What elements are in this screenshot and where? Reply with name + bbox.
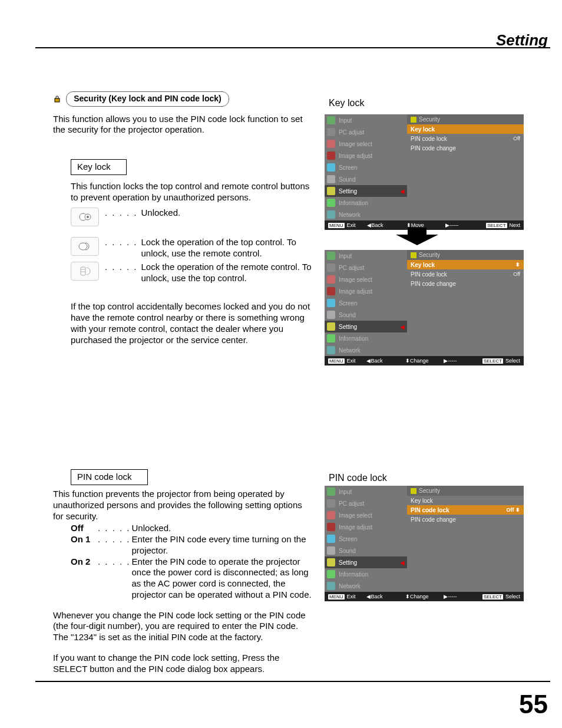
- keylock-remote-text: Lock the operation of the remote control…: [141, 262, 312, 284]
- osd-row-pinchange: PIN code change: [407, 279, 524, 288]
- lock-icon: [411, 252, 416, 258]
- status-dashes: -----: [449, 222, 458, 228]
- status-select: Select: [505, 358, 520, 364]
- sidebar-item: Network: [339, 347, 361, 354]
- lock-icon: [411, 488, 416, 494]
- dots: . . . . .: [105, 207, 138, 219]
- osd-panel: Security Key lock ⬍ PIN code lockOff PIN…: [407, 250, 524, 356]
- keylock-remote-icon: [71, 262, 99, 281]
- status-next: Next: [510, 222, 521, 228]
- osd-panel-title: Security: [407, 114, 524, 124]
- sidebar-item-selected: Setting: [339, 188, 357, 195]
- pin-section: PIN code lock This function prevents the…: [53, 469, 312, 674]
- osd-row-keylock-highlighted: Key lock ⬍: [407, 260, 524, 269]
- osd-sidebar: Input PC adjust Image select Image adjus…: [325, 486, 407, 592]
- sidebar-item: Network: [339, 583, 361, 589]
- svg-rect-5: [81, 267, 85, 275]
- sidebar-item: Image adjust: [339, 524, 372, 531]
- pinlock-option-on2: On 2 . . . . . Enter the PIN code to ope…: [71, 556, 312, 601]
- svg-rect-0: [55, 98, 59, 102]
- status-select: Select: [505, 594, 520, 599]
- sidebar-item: Screen: [339, 536, 358, 542]
- keylock-intro: This function locks the top control and …: [71, 181, 312, 203]
- option-value: Enter the PIN code to operate the projec…: [132, 556, 312, 601]
- keylock-top-text: Lock the operation of the top control. T…: [141, 237, 312, 259]
- status-dashes: -----: [448, 358, 457, 364]
- svg-point-4: [79, 243, 87, 250]
- sidebar-item: Input: [339, 253, 352, 259]
- option-value: Unlocked.: [132, 523, 312, 534]
- left-column: Security (Key lock and PIN code lock) Th…: [53, 91, 312, 674]
- option-value: Enter the PIN code every time turning on…: [132, 534, 312, 556]
- option-key: Off: [71, 523, 98, 534]
- chevron-left-icon: ◀: [400, 559, 405, 566]
- osd-row-pinlock-highlighted: PIN code lockOff ⬍: [407, 505, 524, 515]
- keylock-unlocked-icon: [71, 207, 99, 226]
- sidebar-item: Sound: [339, 548, 356, 554]
- osd-row-pinlock: PIN code lockOff: [407, 134, 524, 143]
- osd-row-keylock: Key lock: [407, 496, 524, 505]
- lock-icon: [411, 117, 416, 123]
- keylock-unlocked-text: Unlocked.: [141, 207, 312, 219]
- sidebar-item: Input: [339, 489, 352, 495]
- keylock-option-remote: . . . . . Lock the operation of the remo…: [71, 262, 312, 284]
- osd-status-bar: MENUExit ◀Back ⬍ Change ▶----- SELECTSel…: [325, 356, 524, 365]
- page-number: 55: [519, 690, 548, 719]
- status-change: Change: [410, 358, 429, 364]
- sidebar-item: PC adjust: [339, 265, 364, 271]
- sidebar-item: Sound: [339, 176, 356, 183]
- select-tag: SELECT: [482, 594, 503, 599]
- sidebar-item: PC adjust: [339, 500, 364, 507]
- keylock-option-unlocked: . . . . . Unlocked.: [71, 207, 312, 226]
- sidebar-item: Image select: [339, 512, 372, 519]
- sidebar-item: Input: [339, 117, 352, 124]
- sidebar-item: Network: [339, 212, 361, 218]
- dots: . . . . .: [105, 262, 138, 273]
- select-tag: SELECT: [482, 358, 503, 364]
- status-change: Change: [410, 594, 429, 599]
- lock-icon: [53, 95, 61, 103]
- sidebar-item: Sound: [339, 312, 356, 318]
- figure-label-keylock: Key lock: [329, 98, 364, 108]
- pinlock-option-off: Off . . . . . Unlocked.: [71, 523, 312, 534]
- status-exit: Exit: [347, 594, 356, 599]
- svg-point-3: [87, 216, 89, 218]
- sidebar-item-selected: Setting: [339, 559, 357, 566]
- menu-tag: MENU: [328, 594, 345, 599]
- dots: . . . . .: [105, 237, 138, 248]
- sidebar-item: Information: [339, 335, 368, 342]
- arrow-down-icon: [396, 235, 438, 245]
- osd-panel-title: Security: [407, 250, 524, 260]
- keylock-top-icon: [71, 237, 99, 256]
- sidebar-item: Image select: [339, 276, 372, 283]
- osd-status-bar: MENUExit ◀Back ⬍ Change ▶----- SELECTSel…: [325, 592, 524, 601]
- pinlock-subheading: PIN code lock: [71, 469, 148, 485]
- osd-keylock-move: Input PC adjust Image select Image adjus…: [325, 114, 524, 230]
- osd-keylock-change: Input PC adjust Image select Image adjus…: [325, 250, 524, 365]
- sidebar-item: Screen: [339, 300, 358, 307]
- pinlock-options: Off . . . . . Unlocked. On 1 . . . . . E…: [71, 523, 312, 600]
- status-back: Back: [371, 222, 383, 228]
- osd-panel: Security Key lock PIN code lockOff ⬍ PIN…: [407, 486, 524, 592]
- pinlock-option-on1: On 1 . . . . . Enter the PIN code every …: [71, 534, 312, 556]
- option-key: On 2: [71, 556, 98, 601]
- sidebar-item: Image adjust: [339, 288, 372, 295]
- chevron-left-icon: ◀: [400, 188, 405, 195]
- pinlock-intro: This function prevents the projector fro…: [53, 489, 312, 522]
- menu-tag: MENU: [328, 223, 345, 228]
- keylock-warning: If the top control accidentally becomes …: [71, 301, 312, 345]
- status-exit: Exit: [347, 358, 356, 364]
- status-back: Back: [371, 358, 382, 364]
- dots: . . . . .: [98, 534, 131, 556]
- osd-panel-title: Security: [407, 486, 524, 496]
- status-dashes: -----: [448, 594, 457, 599]
- osd-pinlock: Input PC adjust Image select Image adjus…: [325, 486, 524, 601]
- select-tag: SELECT: [486, 223, 507, 228]
- osd-sidebar: Input PC adjust Image select Image adjus…: [325, 250, 407, 356]
- status-back: Back: [371, 594, 382, 599]
- dots: . . . . .: [98, 523, 131, 534]
- osd-sidebar: Input PC adjust Image select Image adjus…: [325, 114, 407, 220]
- chevron-left-icon: ◀: [400, 324, 405, 330]
- sidebar-item: Image adjust: [339, 153, 372, 159]
- pinlock-note1: Whenever you change the PIN code lock se…: [53, 610, 312, 643]
